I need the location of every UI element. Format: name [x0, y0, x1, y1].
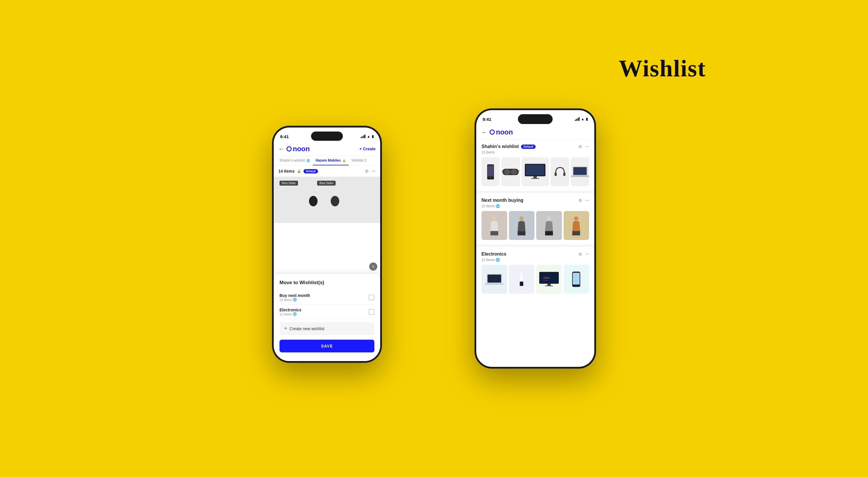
dynamic-island-left	[311, 132, 343, 141]
section-electronics: Electronics ⎋ ··· 12 Items 🌐	[476, 247, 594, 294]
more-icon-section2[interactable]: ···	[585, 198, 589, 203]
logo-circle-right	[490, 130, 495, 135]
more-icon-left[interactable]: ···	[372, 169, 376, 174]
svg-rect-18	[533, 176, 537, 178]
tab-shahins-wishlist[interactable]: Shahin's wishlist 🌐	[277, 156, 313, 165]
product-thumb-headphones	[551, 157, 569, 186]
section-header-1: Shahin's wishlist Default ⎋ ···	[482, 144, 589, 149]
modal-close-button[interactable]: ×	[369, 263, 377, 271]
status-icons-left: ▲ ▮	[361, 134, 374, 138]
create-wishlist-button[interactable]: + Create new wishlist	[279, 322, 374, 335]
product-thumb-vr	[501, 157, 520, 186]
svg-rect-17	[526, 165, 545, 175]
signal-icon-left	[361, 135, 366, 138]
default-badge-left: Default	[304, 169, 318, 173]
section-actions-3: ⎋ ···	[579, 251, 589, 257]
fashion-thumb-3	[536, 211, 562, 240]
svg-point-7	[331, 196, 339, 206]
time-left: 9:41	[280, 134, 289, 139]
checkbox-option-1[interactable]	[369, 295, 374, 300]
svg-point-46	[576, 285, 577, 286]
svg-point-12	[504, 169, 510, 175]
svg-point-25	[492, 216, 496, 220]
time-right: 9:41	[483, 117, 491, 122]
product-thumb-laptop	[571, 157, 589, 186]
svg-rect-14	[502, 171, 504, 171]
share-icon-section3[interactable]: ⎋	[579, 251, 582, 257]
svg-rect-45	[575, 272, 578, 273]
more-icon-section1[interactable]: ···	[585, 144, 589, 149]
svg-text:ULTRA: ULTRA	[544, 279, 549, 281]
option-name-2: Electronics	[279, 308, 369, 312]
share-icon-section1[interactable]: ⎋	[579, 144, 582, 149]
right-phone: 9:41 ▲ ▮ ← noon	[474, 108, 596, 369]
svg-rect-42	[545, 285, 553, 286]
back-button-left[interactable]: ←	[278, 146, 284, 152]
globe-icon-option2: 🌐	[293, 312, 297, 316]
svg-text:SUPER: SUPER	[544, 277, 550, 279]
section-next-month: Next month buying ⎋ ··· 12 Items 🌐	[476, 193, 594, 240]
fashion-person-1-svg	[488, 215, 501, 236]
svg-rect-35	[485, 283, 504, 284]
items-count-left: 14 Items	[278, 169, 294, 173]
section-title-2: Next month buying	[482, 198, 523, 203]
battery-icon-right: ▮	[586, 117, 588, 121]
section-title-row-2: Next month buying	[482, 198, 579, 203]
wishlist-option-buy-next-month[interactable]: Buy next month 12 Items 🌐	[279, 290, 374, 305]
best-seller-badge-1: Best Seller	[279, 181, 298, 185]
svg-rect-24	[571, 175, 589, 177]
section-title-row-1: Shahin's wishlist Default	[482, 144, 579, 149]
save-button[interactable]: SAVE	[279, 340, 374, 352]
divider-1	[476, 191, 594, 193]
svg-point-29	[547, 216, 551, 220]
svg-point-27	[519, 216, 524, 220]
product-thumb-phone	[482, 157, 500, 186]
gaming-monitor-svg: SUPER ULTRA	[538, 271, 560, 287]
svg-point-10	[490, 177, 491, 178]
globe-icon-option1: 🌐	[293, 298, 297, 302]
svg-rect-44	[573, 273, 580, 285]
svg-rect-15	[518, 171, 519, 171]
option-count-2: 12 Items 🌐	[279, 312, 369, 316]
share-icon-left[interactable]: ⎋	[365, 169, 368, 174]
right-phone-content: Shahin's wishlist Default ⎋ ··· 12 Items	[476, 139, 594, 367]
modal-title: Move to Wishlist(s)	[279, 280, 374, 285]
svg-point-31	[574, 216, 578, 220]
section-count-2: 12 Items 🌐	[482, 204, 589, 208]
phone-product-svg	[486, 164, 496, 180]
svg-rect-23	[573, 167, 587, 175]
vr-product-svg	[501, 166, 520, 178]
battery-icon-left: ▮	[372, 134, 374, 138]
globe-icon-section2: 🌐	[496, 204, 500, 208]
fashion-thumb-4	[564, 211, 589, 240]
share-icon-section2[interactable]: ⎋	[579, 198, 582, 203]
create-button-left[interactable]: + Create	[359, 146, 376, 151]
lock-icon-tab1: 🔒	[342, 159, 346, 162]
status-icons-right: ▲ ▮	[575, 117, 588, 121]
tab-wishlist2[interactable]: Wishlist 2	[349, 156, 369, 165]
svg-rect-19	[531, 178, 539, 179]
elec-thumb-laptop2	[482, 265, 507, 294]
option-info-2: Electronics 12 Items 🌐	[279, 308, 369, 316]
lock-icon-left: 🔒	[297, 169, 301, 173]
option-count-1: 12 Items 🌐	[279, 298, 369, 302]
back-button-right[interactable]: ←	[482, 129, 487, 136]
wifi-icon-right: ▲	[581, 117, 585, 121]
svg-rect-30	[545, 231, 553, 235]
best-seller-badge-2: Best Seller	[317, 181, 336, 185]
section-count-3: 12 Items 🌐	[482, 258, 589, 262]
svg-point-3	[309, 196, 317, 206]
plus-icon: +	[284, 326, 287, 332]
scene: 9:41 ▲ ▮ ← noon	[0, 0, 868, 477]
product-grid-2	[482, 211, 589, 240]
section-title-3: Electronics	[482, 251, 506, 257]
section-actions-2: ⎋ ···	[579, 198, 589, 203]
svg-rect-36	[520, 281, 523, 286]
tab-hazem-mobiles[interactable]: Hazem Mobiles 🔒	[313, 156, 349, 165]
earbuds-product-1	[307, 191, 326, 209]
more-icon-section3[interactable]: ···	[585, 251, 589, 257]
wishlist-option-electronics[interactable]: Electronics 12 Items 🌐	[279, 305, 374, 319]
svg-point-13	[511, 169, 517, 175]
checkbox-option-2[interactable]	[369, 309, 374, 315]
headphones-product-svg	[554, 165, 566, 178]
